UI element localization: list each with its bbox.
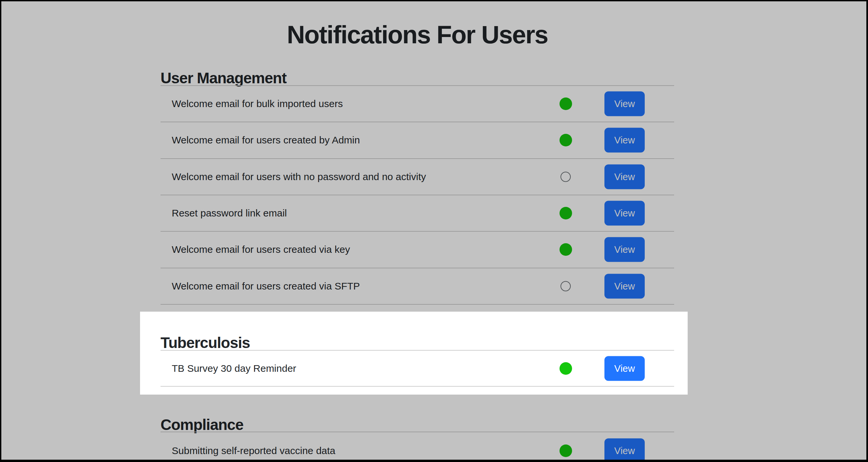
page: Notifications For Users User Management … — [0, 0, 868, 462]
status-indicator-icon — [559, 362, 572, 375]
window-border — [0, 460, 868, 462]
window-border — [866, 0, 868, 462]
view-button[interactable]: View — [604, 356, 645, 381]
window-border — [0, 0, 1, 462]
notification-row: TB Survey 30 day Reminder View — [160, 351, 674, 387]
section-tuberculosis: TB Survey 30 day Reminder View — [160, 350, 674, 387]
section-heading-tuberculosis: Tuberculosis — [160, 335, 250, 350]
window-border — [0, 0, 868, 1]
tour-spotlight-tuberculosis: Tuberculosis TB Survey 30 day Reminder V… — [140, 312, 688, 395]
notification-label: TB Survey 30 day Reminder — [172, 363, 296, 374]
